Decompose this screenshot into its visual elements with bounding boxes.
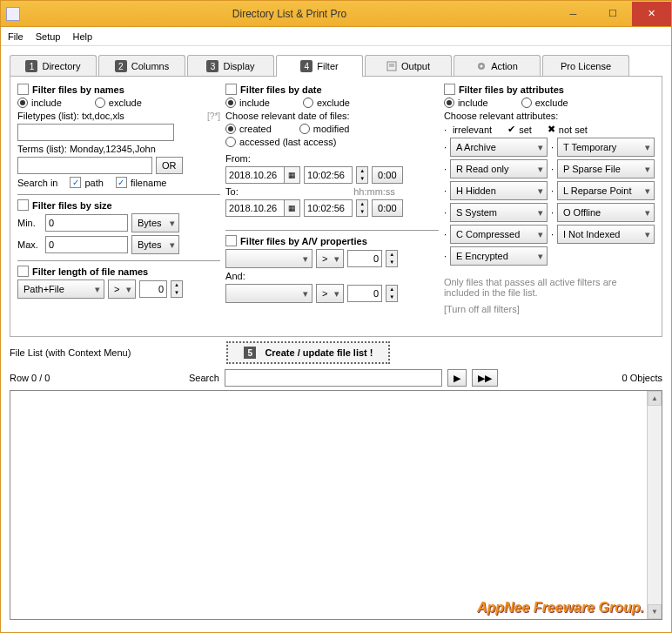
- terms-label: Terms (list): Monday,12345,John: [17, 144, 220, 154]
- av-spin1[interactable]: ▲▼: [386, 250, 398, 267]
- tab-pro[interactable]: Pro License: [542, 55, 629, 77]
- tab-output[interactable]: Output: [365, 55, 452, 77]
- names-include-radio[interactable]: [17, 98, 28, 108]
- filter-length-title: Filter length of file names: [32, 266, 148, 277]
- filter-date-checkbox[interactable]: [225, 84, 237, 95]
- search-input[interactable]: [225, 369, 442, 387]
- av-val2-input[interactable]: [347, 285, 382, 302]
- create-update-button[interactable]: 5Create / update file list !: [226, 341, 390, 364]
- date-include-radio[interactable]: [225, 98, 236, 108]
- filter-names-title: Filter files by names: [32, 84, 124, 95]
- to-date-picker[interactable]: ▦: [285, 199, 300, 217]
- minimize-button[interactable]: ─: [554, 2, 593, 26]
- from-time-spinner[interactable]: ▲▼: [356, 166, 368, 184]
- menubar: File Setup Help: [1, 27, 671, 46]
- svg-point-4: [480, 65, 483, 68]
- close-button[interactable]: ✕: [632, 2, 671, 26]
- attr-exclude-radio[interactable]: [521, 98, 532, 108]
- created-radio[interactable]: [225, 124, 236, 134]
- date-exclude-radio[interactable]: [303, 98, 313, 108]
- path-checkbox[interactable]: [70, 177, 81, 188]
- objects-count: 0 Objects: [622, 373, 662, 383]
- filter-av-title: Filter files by A/V properties: [240, 236, 367, 246]
- terms-input[interactable]: [17, 157, 152, 174]
- tab-display[interactable]: 3Display: [187, 55, 274, 77]
- attr-notindexed-select[interactable]: I Not Indexed: [557, 225, 655, 244]
- attr-compressed-select[interactable]: C Compressed: [450, 225, 548, 244]
- names-exclude-radio[interactable]: [95, 98, 105, 108]
- scrollbar[interactable]: ▲ ▼: [647, 391, 662, 619]
- turnoff-filters-link[interactable]: [Turn off all filters]: [444, 304, 655, 314]
- menu-help[interactable]: Help: [72, 31, 92, 42]
- attr-hidden-select[interactable]: H Hidden: [450, 181, 548, 200]
- max-size-input[interactable]: [45, 236, 128, 253]
- attr-offline-select[interactable]: O Offline: [557, 203, 655, 222]
- from-date-picker[interactable]: ▦: [285, 166, 300, 184]
- tab-filter[interactable]: 4Filter: [276, 55, 363, 77]
- from-date-input[interactable]: [225, 166, 285, 184]
- filter-length-checkbox[interactable]: [17, 266, 29, 277]
- length-op-select[interactable]: >: [108, 279, 136, 299]
- attr-include-radio[interactable]: [444, 98, 454, 108]
- window-title: Directory List & Print Pro: [25, 8, 554, 20]
- av-and-label: And:: [225, 271, 439, 281]
- tab-columns[interactable]: 2Columns: [98, 55, 185, 77]
- max-unit-select[interactable]: Bytes: [131, 235, 179, 254]
- to-date-input[interactable]: [225, 199, 285, 217]
- av-prop2-select[interactable]: [225, 284, 312, 303]
- av-spin2[interactable]: ▲▼: [386, 285, 398, 302]
- watermark: AppNee Freeware Group.: [477, 600, 644, 616]
- attr-readonly-select[interactable]: R Read only: [450, 159, 548, 178]
- searchin-label: Search in: [17, 178, 57, 188]
- length-value-input[interactable]: [139, 280, 167, 298]
- min-unit-select[interactable]: Bytes: [131, 213, 179, 232]
- maximize-button[interactable]: ☐: [593, 2, 632, 26]
- filename-checkbox[interactable]: [116, 177, 127, 188]
- av-val1-input[interactable]: [347, 250, 382, 267]
- search-last-button[interactable]: ▶▶: [472, 369, 498, 387]
- or-button[interactable]: OR: [156, 157, 183, 174]
- attr-archive-select[interactable]: A Archive: [450, 138, 548, 157]
- from-label: From:: [225, 153, 439, 164]
- menu-file[interactable]: File: [8, 31, 24, 42]
- to-time-input[interactable]: [304, 199, 353, 217]
- filter-panel: Filter files by names include exclude Fi…: [10, 76, 662, 337]
- filter-date-title: Filter files by date: [240, 84, 322, 95]
- attr-sparse-select[interactable]: P Sparse File: [557, 159, 655, 178]
- min-size-input[interactable]: [45, 214, 128, 232]
- search-next-button[interactable]: ▶: [447, 369, 467, 387]
- modified-radio[interactable]: [299, 124, 310, 134]
- attr-encrypted-select[interactable]: E Encrypted: [450, 246, 548, 266]
- filter-size-checkbox[interactable]: [17, 199, 29, 211]
- filter-names-column: Filter files by names include exclude Fi…: [17, 84, 220, 329]
- filetypes-label: Filetypes (list): txt,doc,xls: [17, 111, 124, 121]
- date-choose-label: Choose relevant date of files:: [225, 111, 439, 121]
- search-row: Row 0 / 0 Search ▶ ▶▶ 0 Objects: [10, 369, 662, 387]
- av-op1-select[interactable]: >: [316, 249, 344, 268]
- to-time-spinner[interactable]: ▲▼: [356, 199, 368, 217]
- av-prop1-select[interactable]: [225, 249, 312, 268]
- attr-note: Only files that passes all active filter…: [444, 277, 655, 298]
- attr-temporary-select[interactable]: T Temporary: [557, 138, 655, 157]
- from-zero-button[interactable]: 0:00: [372, 166, 402, 184]
- av-op2-select[interactable]: >: [316, 284, 344, 303]
- scroll-down-button[interactable]: ▼: [648, 604, 662, 619]
- tab-directory[interactable]: 1Directory: [10, 55, 97, 77]
- filetypes-hint: [?*]: [207, 111, 220, 121]
- file-list[interactable]: ▲ ▼ AppNee Freeware Group.: [10, 390, 662, 620]
- scroll-up-button[interactable]: ▲: [648, 391, 662, 406]
- from-time-input[interactable]: [304, 166, 353, 184]
- filter-attr-checkbox[interactable]: [444, 84, 455, 95]
- filter-av-checkbox[interactable]: [225, 235, 237, 246]
- gear-icon: [476, 61, 487, 71]
- length-type-select[interactable]: Path+File: [17, 279, 104, 299]
- filter-names-checkbox[interactable]: [17, 84, 29, 95]
- menu-setup[interactable]: Setup: [36, 31, 61, 42]
- attr-reparse-select[interactable]: L Reparse Point: [557, 181, 655, 200]
- to-zero-button[interactable]: 0:00: [372, 199, 402, 217]
- length-spinner[interactable]: ▲▼: [171, 280, 183, 298]
- accessed-radio[interactable]: [225, 137, 236, 147]
- tab-action[interactable]: Action: [454, 55, 541, 77]
- attr-system-select[interactable]: S System: [450, 203, 548, 222]
- filetypes-input[interactable]: [17, 124, 174, 141]
